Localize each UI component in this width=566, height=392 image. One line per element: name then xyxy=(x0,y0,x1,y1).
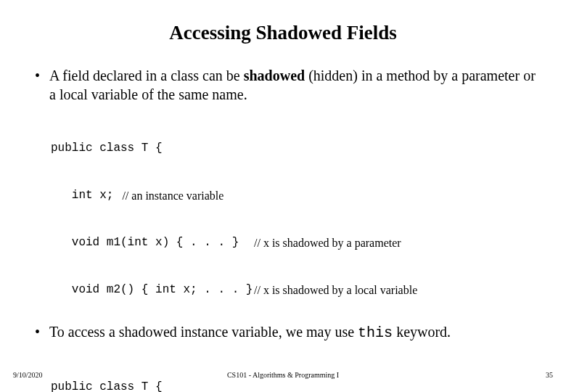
code-block-1: public class T { int x; // an instance v… xyxy=(51,110,551,314)
code1-l4-code: void m2() { int x; . . . } xyxy=(51,282,254,298)
slide-footer: 9/10/2020 CS101 - Algorithms & Programmi… xyxy=(0,371,566,379)
code1-l3-code: void m1(int x) { . . . } xyxy=(51,235,254,251)
code-block-2: public class T { int x; // an instance v… xyxy=(51,348,551,392)
bullet2-mono: this xyxy=(358,324,393,341)
footer-date: 9/10/2020 xyxy=(13,371,43,379)
bullet-item-2: To access a shadowed instance variable, … xyxy=(35,322,551,343)
footer-page: 35 xyxy=(546,371,553,379)
bullet2-text1: To access a shadowed instance variable, … xyxy=(49,324,358,340)
slide-title: Accessing Shadowed Fields xyxy=(15,22,551,44)
bullet-list-2: To access a shadowed instance variable, … xyxy=(15,322,551,343)
code1-line3: void m1(int x) { . . . }// x is shadowed… xyxy=(51,235,551,251)
bullet2-text2: keyword. xyxy=(393,324,451,340)
code1-l2-comment: // an instance variable xyxy=(113,188,223,204)
footer-center: CS101 - Algorithms & Programming I xyxy=(227,371,339,379)
bullet1-text1: A field declared in a class can be xyxy=(49,68,244,83)
code1-l4-comment: // x is shadowed by a local variable xyxy=(254,282,417,298)
bullet-list: A field declared in a class can be shado… xyxy=(15,66,551,104)
code1-l3-comment: // x is shadowed by a parameter xyxy=(254,235,401,251)
code2-line1: public class T { xyxy=(51,380,551,392)
code1-line4: void m2() { int x; . . . }// x is shadow… xyxy=(51,282,551,298)
code1-l2-code: int x; xyxy=(51,188,113,204)
bullet1-bold: shadowed xyxy=(244,68,305,83)
code1-line2: int x; // an instance variable xyxy=(51,188,551,204)
bullet-item-1: A field declared in a class can be shado… xyxy=(35,66,551,104)
code1-line1: public class T { xyxy=(51,141,551,157)
